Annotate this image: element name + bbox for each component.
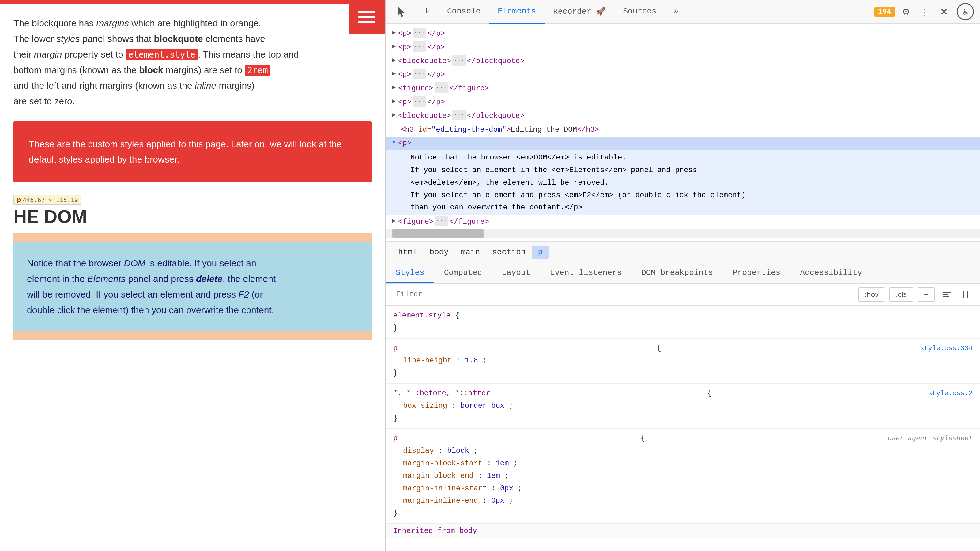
dom-line[interactable]: ▶ <p> ··· </p>	[386, 27, 980, 41]
dom-line[interactable]: ▶ <p> ··· </p>	[386, 95, 980, 109]
styles-filter-bar: :hov .cls +	[386, 284, 980, 306]
breadcrumb-html[interactable]: html	[392, 246, 423, 259]
css-prop-line-height: line-height : 1.8 ;	[393, 354, 973, 367]
text-elements-have: elements have	[203, 34, 265, 44]
css-semicolon-mbe: ;	[504, 472, 509, 480]
text-margins-em: margins	[96, 18, 129, 28]
tab-event-listeners[interactable]: Event listeners	[540, 263, 632, 283]
dom-horizontal-scrollbar[interactable]	[386, 229, 980, 238]
settings-button[interactable]: ⚙	[898, 4, 914, 20]
dom-close-tag: </figure>	[449, 83, 489, 95]
css-brace-close: }	[393, 324, 398, 332]
dom-close-tag: </p>	[427, 96, 445, 109]
css-source-link[interactable]: style.css:334	[920, 343, 973, 354]
tab-elements[interactable]: Elements	[489, 0, 544, 24]
more-options-button[interactable]: ⋮	[917, 4, 933, 20]
dom-line-p-selected[interactable]: ▼ <p>	[386, 137, 980, 150]
css-rule-element-style-close: }	[393, 322, 973, 335]
filter-icon-btn-2[interactable]	[959, 286, 975, 302]
breadcrumb-main-label: main	[461, 248, 480, 257]
dom-expand-triangle[interactable]: ▶	[392, 41, 396, 52]
tab-recorder[interactable]: Recorder 🚀	[544, 0, 614, 24]
dom-line-h3[interactable]: <h3 id="editing-the-dom" > Editing the D…	[386, 123, 980, 137]
text-the-element: , the element	[223, 274, 275, 284]
css-colon-mie: :	[482, 497, 491, 505]
text-blockquote-margins-suffix: which are highlighted in orange.	[129, 18, 261, 28]
tab-computed[interactable]: Computed	[434, 263, 492, 283]
css-property-margin-block-end: margin-block-end	[393, 472, 474, 480]
breadcrumb-body[interactable]: body	[423, 246, 455, 259]
dom-text-line-3: <em>delete</em>, the element will be rem…	[410, 176, 973, 189]
dom-line-figure[interactable]: ▶ <figure> ··· </figure>	[386, 215, 980, 229]
devtools-right-icons: 194 ⚙ ⋮ ✕	[874, 4, 952, 20]
text-their-prefix: their	[13, 49, 34, 59]
dom-expand-triangle[interactable]: ▶	[392, 96, 396, 106]
dom-tree[interactable]: ▶ <p> ··· </p> ▶ <p> ··· </p> ▶ <blockqu…	[386, 24, 980, 241]
text-margins-suffix: margins)	[216, 81, 255, 91]
css-close-universal: }	[393, 412, 973, 425]
text-bottom-margins: bottom margins (known as the	[13, 65, 139, 75]
styles-filter-input[interactable]	[391, 286, 854, 302]
dom-line[interactable]: ▶ <blockquote> ··· </blockquote>	[386, 109, 980, 123]
dom-expand-triangle[interactable]: ▶	[392, 55, 396, 65]
hamburger-icon	[358, 11, 375, 23]
text-f2-em: F2	[238, 289, 249, 299]
top-red-bar	[0, 0, 385, 4]
text-is-editable: is editable. If you select an	[145, 258, 256, 268]
tab-more[interactable]: »	[665, 0, 687, 24]
tab-accessibility[interactable]: Accessibility	[790, 263, 872, 283]
dom-line[interactable]: ▶ <p> ··· </p>	[386, 68, 980, 82]
dom-hscroll-thumb[interactable]	[392, 229, 484, 238]
hamburger-menu-button[interactable]	[348, 0, 385, 34]
inherited-from-element: body	[460, 527, 477, 535]
dom-close-tag: </p>	[427, 68, 445, 81]
text-dom-em: DOM	[124, 258, 145, 268]
tab-sources[interactable]: Sources	[614, 0, 665, 24]
breadcrumb-main[interactable]: main	[455, 246, 486, 259]
breadcrumb-section[interactable]: section	[486, 246, 531, 259]
styles-panel: element.style { } p { style.css:334 line…	[386, 306, 980, 551]
close-devtools-button[interactable]: ✕	[936, 4, 952, 20]
editing-heading: HE DOM	[13, 206, 372, 227]
dom-expand-triangle[interactable]: ▶	[392, 110, 396, 120]
tab-console[interactable]: Console	[439, 0, 489, 24]
tab-properties[interactable]: Properties	[723, 263, 790, 283]
filter-icon-btn-1[interactable]	[939, 286, 955, 302]
tab-computed-label: Computed	[444, 268, 482, 277]
breadcrumb-section-label: section	[492, 248, 525, 257]
dom-p-open-tag: <p>	[398, 137, 411, 150]
dom-tag-h3: <h3	[401, 124, 418, 136]
svg-rect-4	[943, 296, 950, 297]
css-value-0px: 0px	[500, 484, 513, 492]
css-brace-close-universal: }	[393, 414, 398, 422]
dom-expand-triangle[interactable]: ▶	[392, 216, 396, 226]
inspect-element-button[interactable]	[392, 2, 410, 21]
dom-expand-triangle[interactable]: ▶	[392, 83, 396, 93]
dom-ellipsis: ···	[412, 27, 426, 38]
filter-add-button[interactable]: +	[918, 287, 935, 302]
css-brace-universal: {	[707, 387, 711, 400]
device-toolbar-button[interactable]	[415, 2, 434, 21]
dom-expand-triangle[interactable]: ▶	[392, 27, 396, 38]
blue-box-text: Notice that the browser DOM is editable.…	[27, 255, 358, 318]
dom-expand-triangle[interactable]: ▶	[392, 68, 396, 79]
accessibility-button[interactable]: ♿	[957, 3, 974, 20]
tab-dom-breakpoints[interactable]: DOM breakpoints	[632, 263, 723, 283]
filter-cls-button[interactable]: .cls	[889, 287, 913, 302]
dom-collapse-triangle[interactable]: ▼	[392, 137, 396, 148]
dom-line[interactable]: ▶ <blockquote> ··· </blockquote>	[386, 54, 980, 68]
dom-text-line-1: Notice that the browser <em>DOM</em> is …	[410, 151, 973, 164]
svg-rect-5	[964, 291, 967, 298]
tab-layout[interactable]: Layout	[492, 263, 540, 283]
css-selector-p: p	[393, 342, 398, 355]
css-rule-element-style: element.style { }	[386, 306, 980, 338]
dom-tag: <p>	[398, 27, 411, 40]
dom-line[interactable]: ▶ <figure> ··· </figure>	[386, 82, 980, 95]
css-source-universal-link[interactable]: style.css:2	[928, 388, 973, 399]
filter-hov-button[interactable]: :hov	[858, 287, 885, 302]
tab-styles[interactable]: Styles	[386, 263, 434, 283]
breadcrumb-p[interactable]: p	[531, 246, 549, 259]
issues-badge[interactable]: 194	[874, 7, 895, 16]
dom-close-figure: </figure>	[449, 216, 489, 229]
dom-line[interactable]: ▶ <p> ··· </p>	[386, 41, 980, 54]
